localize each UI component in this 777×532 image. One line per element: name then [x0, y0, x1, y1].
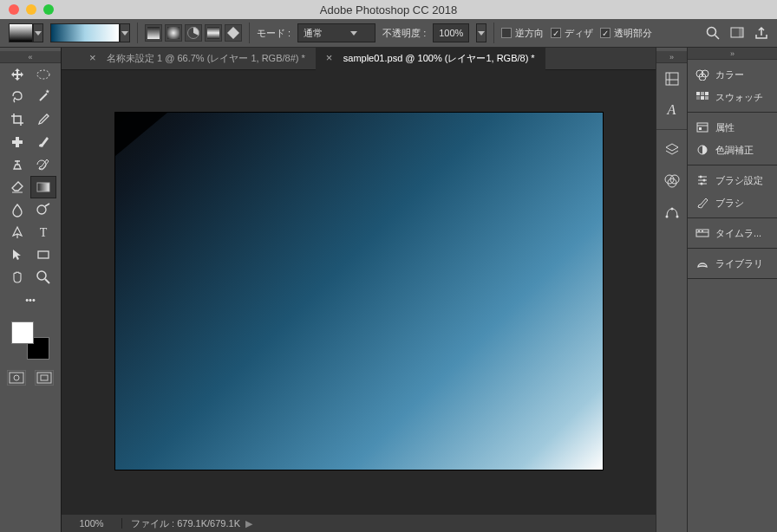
- svg-rect-39: [705, 96, 708, 100]
- guides-panel-icon[interactable]: [660, 67, 684, 91]
- svg-rect-1: [227, 27, 239, 39]
- zoom-tool-icon: [36, 269, 51, 285]
- hand-tool[interactable]: [4, 266, 30, 289]
- divider: [249, 23, 250, 43]
- paths-panel-icon[interactable]: [660, 199, 684, 224]
- blur-tool-icon: [10, 202, 25, 217]
- brush-tool[interactable]: [30, 131, 56, 153]
- more-tools[interactable]: •••: [17, 289, 43, 311]
- window-minimize-button[interactable]: [26, 4, 36, 15]
- gradient-type-radial[interactable]: [165, 24, 182, 42]
- eraser-tool[interactable]: [4, 176, 30, 198]
- zoom-tool[interactable]: [30, 266, 56, 289]
- close-icon[interactable]: ×: [89, 54, 100, 64]
- opacity-label: 不透明度 :: [382, 27, 426, 40]
- quick-mask-button[interactable]: [35, 370, 54, 386]
- mode-value: 通常: [304, 27, 323, 40]
- document-tab-1[interactable]: × sample01.psd @ 100% (レイヤー1, RGB/8) *: [316, 48, 545, 70]
- svg-rect-15: [38, 251, 49, 258]
- gradient-tool[interactable]: [30, 176, 56, 198]
- svg-point-6: [37, 70, 49, 79]
- svg-rect-52: [698, 230, 700, 232]
- crop-tool-icon: [10, 112, 25, 127]
- panel-item-timeline[interactable]: タイムラ...: [688, 222, 777, 244]
- panel-item-brushes[interactable]: ブラシ: [688, 191, 777, 214]
- panel-item-brush-settings[interactable]: ブラシ設定: [688, 169, 777, 191]
- panel-label: 色調補正: [715, 144, 754, 157]
- window-close-button[interactable]: [9, 4, 19, 15]
- status-zoom[interactable]: 100%: [62, 518, 122, 529]
- panel-item-color[interactable]: カラー: [688, 63, 777, 86]
- gradient-type-reflected[interactable]: [205, 24, 222, 42]
- document-canvas[interactable]: [114, 112, 604, 470]
- rect-marquee-tool[interactable]: [30, 63, 56, 86]
- svg-rect-11: [37, 183, 49, 191]
- crop-tool[interactable]: [4, 108, 30, 131]
- dock-icon-column: » A: [656, 48, 687, 532]
- document-tab-bar: × 名称未設定 1 @ 66.7% (レイヤー 1, RGB/8#) * × s…: [62, 48, 656, 70]
- gradient-type-angle[interactable]: [185, 24, 202, 42]
- foreground-color-swatch[interactable]: [11, 321, 34, 344]
- panel-label: ブラシ設定: [715, 174, 763, 187]
- rectangle-tool[interactable]: [30, 243, 56, 266]
- eyedropper-tool[interactable]: [30, 108, 56, 131]
- gradient-type-diamond[interactable]: [225, 24, 242, 42]
- clone-stamp-tool[interactable]: [4, 153, 30, 176]
- panel-item-properties[interactable]: 属性: [688, 116, 777, 139]
- window-maximize-button[interactable]: [43, 4, 54, 15]
- blur-tool[interactable]: [4, 198, 30, 221]
- status-file-size: 679.1K/679.1K: [177, 518, 240, 529]
- opacity-dropdown[interactable]: [476, 23, 486, 42]
- dock-collapse-toggle[interactable]: »: [656, 51, 687, 63]
- layers-panel-icon[interactable]: [660, 137, 684, 161]
- search-icon[interactable]: [706, 26, 720, 40]
- dither-checkbox[interactable]: [551, 28, 561, 38]
- mode-select[interactable]: 通常: [297, 23, 375, 42]
- tool-preset-swatch[interactable]: [9, 23, 33, 42]
- close-icon[interactable]: ×: [326, 54, 336, 64]
- more-icon: •••: [25, 295, 36, 305]
- titlebar: Adobe Photoshop CC 2018: [0, 0, 777, 19]
- gradient-type-linear[interactable]: [145, 24, 162, 42]
- magic-wand-tool[interactable]: [30, 86, 56, 108]
- panel-label: カラー: [715, 68, 744, 81]
- workspace-icon[interactable]: [730, 26, 744, 40]
- opacity-input[interactable]: [433, 23, 469, 42]
- tool-preset-dropdown[interactable]: [33, 23, 43, 42]
- panels-column: » カラースウォッチ属性色調補正ブラシ設定ブラシタイムラ...ライブラリ: [687, 48, 777, 532]
- gradient-picker[interactable]: [50, 23, 120, 42]
- tools-collapse-toggle[interactable]: «: [0, 51, 61, 63]
- dodge-tool[interactable]: [30, 198, 56, 221]
- svg-rect-42: [699, 127, 702, 130]
- status-file-info[interactable]: ファイル : 679.1K/679.1K ▶: [122, 517, 261, 530]
- reverse-checkbox[interactable]: [501, 28, 512, 38]
- share-icon[interactable]: [754, 26, 768, 40]
- document-tab-0[interactable]: × 名称未設定 1 @ 66.7% (レイヤー 1, RGB/8#) *: [79, 48, 316, 70]
- gradient-dropdown[interactable]: [120, 23, 130, 42]
- healing-brush-tool[interactable]: [4, 131, 30, 153]
- dither-checkbox-wrap[interactable]: ディザ: [551, 27, 593, 40]
- pen-tool[interactable]: [4, 221, 30, 243]
- panel-item-swatches[interactable]: スウォッチ: [688, 86, 777, 108]
- reverse-checkbox-wrap[interactable]: 逆方向: [501, 27, 544, 40]
- character-panel-icon[interactable]: A: [660, 98, 684, 122]
- panels-collapse-toggle[interactable]: »: [688, 48, 777, 60]
- panel-item-adjustments[interactable]: 色調補正: [688, 139, 777, 161]
- standard-mode-button[interactable]: [7, 370, 26, 386]
- lasso-tool[interactable]: [4, 86, 30, 108]
- canvas-viewport[interactable]: [62, 70, 656, 515]
- path-selection-tool[interactable]: [4, 243, 30, 266]
- transparency-checkbox[interactable]: [600, 28, 610, 38]
- adjustments-icon: [695, 143, 710, 157]
- svg-rect-53: [702, 230, 703, 232]
- history-brush-tool[interactable]: [30, 153, 56, 176]
- panel-label: タイムラ...: [715, 227, 761, 240]
- panel-item-libraries[interactable]: ライブラリ: [688, 252, 777, 275]
- libraries-icon: [695, 256, 710, 270]
- channels-panel-icon[interactable]: [660, 168, 684, 192]
- type-tool[interactable]: T: [30, 221, 56, 243]
- transparency-checkbox-wrap[interactable]: 透明部分: [600, 27, 652, 40]
- chevron-right-icon: ▶: [243, 518, 252, 529]
- move-tool[interactable]: [4, 63, 30, 86]
- transparency-label: 透明部分: [614, 27, 652, 40]
